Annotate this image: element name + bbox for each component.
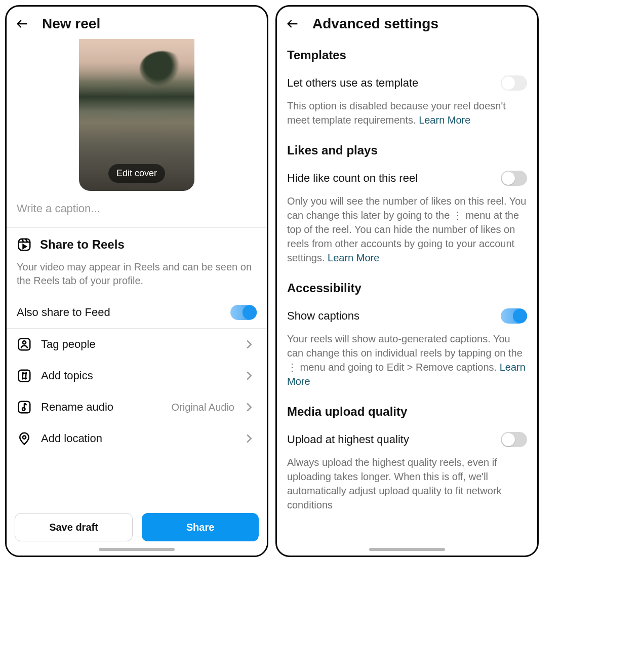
template-row-label: Let others use as template — [287, 76, 418, 90]
tag-people-label: Tag people — [41, 338, 96, 351]
add-topics-label: Add topics — [41, 369, 93, 382]
chevron-right-icon — [242, 337, 257, 352]
home-indicator — [99, 548, 175, 551]
share-to-reels-section: Share to Reels — [7, 228, 267, 255]
hide-likes-toggle[interactable] — [501, 171, 527, 186]
upload-quality-label: Upload at highest quality — [287, 433, 409, 446]
share-button[interactable]: Share — [142, 513, 259, 541]
likes-heading: Likes and plays — [277, 132, 537, 162]
add-location-label: Add location — [41, 432, 102, 445]
caption-input[interactable]: Write a caption... — [7, 191, 267, 227]
upload-quality-toggle[interactable] — [501, 432, 527, 447]
also-share-feed-label: Also share to Feed — [17, 306, 110, 319]
show-captions-desc: Your reels will show auto-generated capt… — [277, 327, 537, 393]
hide-likes-row[interactable]: Hide like count on this reel — [277, 162, 537, 189]
header: New reel — [7, 7, 267, 37]
save-draft-button[interactable]: Save draft — [15, 513, 133, 541]
page-title: Advanced settings — [312, 16, 438, 32]
svg-point-5 — [22, 408, 25, 411]
share-to-reels-helper: Your video may appear in Reels and can b… — [7, 255, 267, 297]
rename-audio-row[interactable]: Rename audio Original Audio — [7, 391, 267, 423]
template-row: Let others use as template — [277, 66, 537, 94]
rename-audio-value: Original Audio — [171, 402, 234, 413]
chevron-right-icon — [242, 400, 257, 415]
chevron-right-icon — [242, 431, 257, 446]
edit-cover-button[interactable]: Edit cover — [108, 164, 165, 183]
templates-heading: Templates — [277, 37, 537, 66]
show-captions-toggle[interactable] — [501, 308, 527, 324]
screen-new-reel: New reel Edit cover Write a caption... S… — [5, 5, 268, 557]
back-icon[interactable] — [15, 16, 30, 31]
rename-audio-label: Rename audio — [41, 401, 113, 414]
home-indicator — [369, 548, 445, 551]
show-captions-label: Show captions — [287, 309, 359, 323]
svg-point-6 — [23, 436, 26, 439]
show-captions-row[interactable]: Show captions — [277, 299, 537, 327]
audio-icon — [17, 400, 32, 415]
screen-advanced-settings: Advanced settings Templates Let others u… — [275, 5, 539, 557]
cover-preview[interactable]: Edit cover — [7, 37, 267, 191]
person-icon — [17, 337, 32, 352]
add-location-row[interactable]: Add location — [7, 423, 267, 454]
chevron-right-icon — [242, 368, 257, 383]
upload-quality-row[interactable]: Upload at highest quality — [277, 423, 537, 450]
svg-rect-3 — [19, 370, 30, 382]
reels-icon — [17, 237, 32, 252]
back-icon[interactable] — [285, 16, 300, 31]
svg-rect-0 — [19, 239, 30, 251]
accessibility-heading: Accessibility — [277, 270, 537, 299]
svg-point-2 — [23, 341, 26, 344]
page-title: New reel — [42, 16, 100, 32]
share-to-reels-title: Share to Reels — [40, 238, 125, 252]
settings-scroll[interactable]: Templates Let others use as template Thi… — [277, 37, 537, 556]
hide-likes-label: Hide like count on this reel — [287, 172, 418, 185]
also-share-feed-toggle[interactable] — [230, 305, 257, 320]
footer-actions: Save draft Share — [7, 506, 267, 556]
tag-people-row[interactable]: Tag people — [7, 329, 267, 360]
template-desc: This option is disabled because your ree… — [277, 94, 537, 132]
media-heading: Media upload quality — [277, 393, 537, 423]
template-learn-more[interactable]: Learn More — [419, 114, 470, 126]
upload-quality-desc: Always upload the highest quality reels,… — [277, 450, 537, 517]
also-share-feed-row[interactable]: Also share to Feed — [7, 297, 267, 328]
likes-learn-more[interactable]: Learn More — [328, 252, 379, 263]
add-topics-row[interactable]: Add topics — [7, 360, 267, 391]
location-icon — [17, 431, 32, 446]
hashtag-icon — [17, 368, 32, 383]
header: Advanced settings — [277, 7, 537, 37]
template-toggle — [501, 75, 527, 91]
hide-likes-desc: Only you will see the number of likes on… — [277, 189, 537, 270]
